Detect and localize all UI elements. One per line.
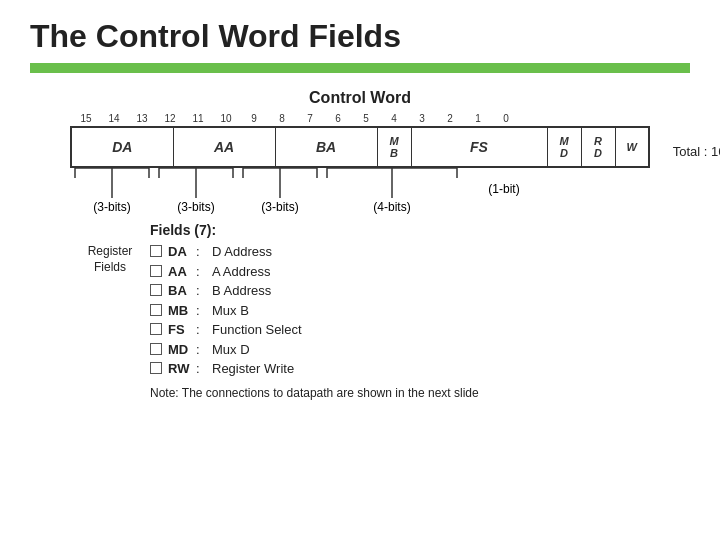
bit-2: 2 bbox=[436, 113, 464, 124]
cell-fs: FS bbox=[411, 127, 547, 167]
control-word-table: DA AA BA MB FS MD RD W bbox=[70, 126, 650, 168]
one-bit-label: (1-bit) bbox=[462, 182, 546, 196]
bit-13: 13 bbox=[128, 113, 156, 124]
cell-da: DA bbox=[71, 127, 173, 167]
desc-fs: Function Select bbox=[212, 320, 650, 340]
field-row-aa: AA : A Address bbox=[150, 262, 650, 282]
desc-mb: Mux B bbox=[212, 301, 650, 321]
cell-ba: BA bbox=[275, 127, 377, 167]
field-row-fs: FS : Function Select bbox=[150, 320, 650, 340]
bracket-da: (3-bits) bbox=[70, 200, 154, 214]
bit-1: 1 bbox=[464, 113, 492, 124]
desc-aa: A Address bbox=[212, 262, 650, 282]
cell-mb: MB bbox=[377, 127, 411, 167]
checkbox-aa bbox=[150, 265, 162, 277]
cell-aa: AA bbox=[173, 127, 275, 167]
cell-rd: RD bbox=[581, 127, 615, 167]
code-ba: BA bbox=[168, 281, 196, 301]
code-fs: FS bbox=[168, 320, 196, 340]
cell-rw: W bbox=[615, 127, 649, 167]
desc-da: D Address bbox=[212, 242, 650, 262]
bit-5: 5 bbox=[352, 113, 380, 124]
code-mb: MB bbox=[168, 301, 196, 321]
code-da: DA bbox=[168, 242, 196, 262]
desc-md: Mux D bbox=[212, 340, 650, 360]
checkbox-fs bbox=[150, 323, 162, 335]
bit-6: 6 bbox=[324, 113, 352, 124]
bit-14: 14 bbox=[100, 113, 128, 124]
cell-md: MD bbox=[547, 127, 581, 167]
bracket-aa: (3-bits) bbox=[154, 200, 238, 214]
checkbox-mb bbox=[150, 304, 162, 316]
bit-10: 10 bbox=[212, 113, 240, 124]
checkbox-md bbox=[150, 343, 162, 355]
field-row-mb: MB : Mux B bbox=[150, 301, 650, 321]
bit-15: 15 bbox=[72, 113, 100, 124]
bit-11: 11 bbox=[184, 113, 212, 124]
bracket-fs: (4-bits) bbox=[322, 200, 462, 214]
checkbox-da bbox=[150, 245, 162, 257]
control-word-label: Control Word bbox=[309, 89, 411, 107]
bracket-ba: (3-bits) bbox=[238, 200, 322, 214]
fields-title: Fields (7): bbox=[150, 222, 650, 238]
bit-12: 12 bbox=[156, 113, 184, 124]
checkbox-ba bbox=[150, 284, 162, 296]
green-bar bbox=[30, 63, 690, 73]
note-text: Note: The connections to datapath are sh… bbox=[150, 385, 610, 402]
checkbox-rw bbox=[150, 362, 162, 374]
desc-rw: Register Write bbox=[212, 359, 650, 379]
bit-7: 7 bbox=[296, 113, 324, 124]
total-label: Total : 16-bits bbox=[673, 144, 720, 159]
field-row-rw: RW : Register Write bbox=[150, 359, 650, 379]
bit-3: 3 bbox=[408, 113, 436, 124]
code-aa: AA bbox=[168, 262, 196, 282]
bit-0: 0 bbox=[492, 113, 520, 124]
bit-9: 9 bbox=[240, 113, 268, 124]
field-row-md: MD : Mux D bbox=[150, 340, 650, 360]
code-rw: RW bbox=[168, 359, 196, 379]
page-title: The Control Word Fields bbox=[0, 0, 720, 63]
bit-4: 4 bbox=[380, 113, 408, 124]
bit-8: 8 bbox=[268, 113, 296, 124]
field-row-da: DA : D Address bbox=[150, 242, 650, 262]
code-md: MD bbox=[168, 340, 196, 360]
field-row-ba: BA : B Address bbox=[150, 281, 650, 301]
desc-ba: B Address bbox=[212, 281, 650, 301]
register-fields-label: RegisterFields bbox=[70, 222, 150, 401]
